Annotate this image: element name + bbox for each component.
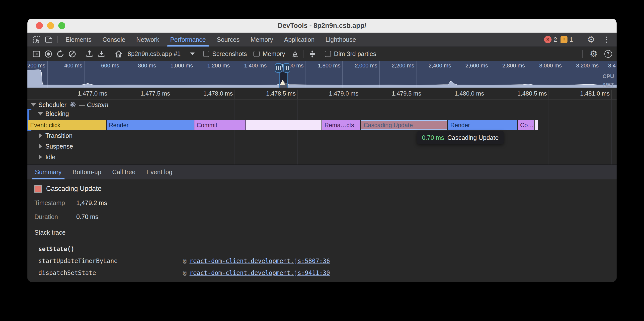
tab-sources[interactable]: Sources bbox=[211, 33, 245, 46]
expand-arrow-icon[interactable] bbox=[31, 103, 36, 107]
tab-bottom-up[interactable]: Bottom-up bbox=[67, 165, 107, 179]
memory-checkbox[interactable]: Memory bbox=[254, 50, 285, 57]
flame-bar-co-it[interactable]: Co…it bbox=[518, 120, 534, 130]
minimize-window-button[interactable] bbox=[47, 22, 54, 29]
ruler-tick-label: 1,480.5 ms bbox=[502, 88, 562, 100]
summary-panel: Cascading Update Timestamp 1,479.2 ms Du… bbox=[28, 179, 616, 223]
inspect-element-icon[interactable] bbox=[31, 34, 43, 45]
checkbox-box bbox=[203, 51, 209, 57]
flame-chart-tracks[interactable]: Scheduler — Custom Blocking Event: click… bbox=[28, 100, 616, 164]
track-gridline bbox=[109, 100, 109, 164]
flame-bar-event-click[interactable]: Event: click bbox=[28, 120, 106, 130]
ruler-tick-line bbox=[360, 90, 360, 99]
collapsed-arrow-icon[interactable] bbox=[39, 155, 42, 160]
flame-bar-unlabeled[interactable] bbox=[534, 120, 538, 130]
flame-bar-commit[interactable]: Commit bbox=[194, 120, 246, 130]
zoom-window-button[interactable] bbox=[58, 22, 65, 29]
ruler-tick-line bbox=[548, 90, 549, 99]
tab-memory[interactable]: Memory bbox=[245, 33, 278, 46]
home-icon[interactable] bbox=[113, 48, 124, 60]
stack-frame-source-link[interactable]: react-dom-client.development.js:5807:36 bbox=[190, 258, 330, 265]
target-selector-dropdown[interactable]: 8p2n9n.csb.app #1 bbox=[124, 50, 197, 57]
tab-console[interactable]: Console bbox=[97, 33, 131, 46]
tab-call-tree[interactable]: Call tree bbox=[107, 165, 141, 179]
dim-3rd-parties-checkbox[interactable]: Dim 3rd parties bbox=[325, 50, 376, 57]
stack-frame-at: @ bbox=[183, 270, 186, 277]
collapse-rows-icon[interactable] bbox=[306, 48, 318, 60]
ruler-tick-label: 1,479.0 ms bbox=[314, 88, 374, 100]
timeline-ruler: 1,477.0 ms1,477.5 ms1,478.0 ms1,478.5 ms… bbox=[28, 88, 616, 100]
minimap-tick-label: 800 ms bbox=[121, 62, 156, 69]
collect-garbage-icon[interactable] bbox=[289, 48, 301, 60]
collapsed-arrow-icon[interactable] bbox=[39, 144, 42, 149]
record-icon[interactable] bbox=[42, 48, 54, 60]
upload-profile-icon[interactable] bbox=[84, 48, 96, 60]
flame-bar-render[interactable]: Render bbox=[448, 120, 517, 130]
warning-icon: ! bbox=[560, 36, 568, 43]
track-gridline bbox=[611, 100, 612, 164]
expand-arrow-icon[interactable] bbox=[38, 112, 43, 116]
ruler-tick-line bbox=[172, 90, 172, 99]
track-transition[interactable]: Transition bbox=[28, 131, 72, 140]
collapsed-arrow-icon[interactable] bbox=[39, 133, 42, 138]
tab-performance[interactable]: Performance bbox=[165, 33, 211, 46]
stack-frame-source-link[interactable]: LikeButton.js:13:13 bbox=[190, 281, 258, 282]
ruler-tick-line bbox=[297, 90, 298, 99]
device-toolbar-icon[interactable] bbox=[43, 34, 55, 45]
duration-value: 0.70 ms bbox=[76, 213, 98, 220]
toggle-sidebar-icon[interactable] bbox=[30, 48, 42, 60]
flame-bar-cascading-update[interactable]: Cascading Update bbox=[361, 120, 447, 130]
track-idle[interactable]: Idle bbox=[28, 153, 55, 161]
selection-left-line[interactable] bbox=[279, 71, 280, 88]
reload-record-icon[interactable] bbox=[54, 48, 66, 60]
flame-bar-render[interactable]: Render bbox=[107, 120, 194, 130]
selection-region bbox=[280, 72, 288, 88]
track-gridline bbox=[234, 100, 235, 164]
track-blocking[interactable]: Blocking bbox=[28, 110, 69, 118]
timeline-overview[interactable]: 200 ms400 ms600 ms800 ms1,000 ms1,200 ms… bbox=[28, 61, 616, 88]
flame-bar-rema-cts[interactable]: Rema…cts bbox=[322, 120, 360, 130]
screenshots-label: Screenshots bbox=[212, 50, 247, 57]
minimap-tick-label: 2,600 ms bbox=[453, 62, 488, 69]
tab-lighthouse[interactable]: Lighthouse bbox=[320, 33, 362, 46]
divider bbox=[582, 50, 583, 58]
selection-right-line[interactable] bbox=[287, 71, 288, 88]
timestamp-value: 1,479.2 ms bbox=[76, 199, 107, 206]
tab-application[interactable]: Application bbox=[279, 33, 320, 46]
target-selector-value: 8p2n9n.csb.app #1 bbox=[128, 50, 181, 57]
close-window-button[interactable] bbox=[36, 22, 43, 29]
tab-elements[interactable]: Elements bbox=[60, 33, 97, 46]
selection-right-handle[interactable] bbox=[283, 63, 290, 73]
help-icon[interactable]: ? bbox=[602, 48, 614, 60]
capture-settings-gear-icon[interactable]: ⚙ bbox=[588, 48, 600, 60]
warning-badge[interactable]: ! 1 bbox=[560, 36, 573, 43]
tab-summary[interactable]: Summary bbox=[30, 165, 67, 179]
minimap-tick-label: 3,4 bbox=[608, 62, 616, 69]
track-scheduler[interactable]: Scheduler — Custom bbox=[28, 101, 108, 109]
tab-network[interactable]: Network bbox=[131, 33, 165, 46]
track-suspense[interactable]: Suspense bbox=[28, 142, 73, 151]
stack-frame-source-link[interactable]: react-dom-client.development.js:9411:30 bbox=[190, 270, 330, 277]
event-color-swatch bbox=[34, 185, 42, 193]
ruler-tick-label: 1,478.0 ms bbox=[188, 88, 248, 100]
stack-trace-heading: Stack trace bbox=[34, 229, 616, 236]
minimap-tick-label: 600 ms bbox=[84, 62, 119, 69]
window-titlebar[interactable]: DevTools - 8p2n9n.csb.app/ bbox=[28, 19, 616, 33]
more-options-icon[interactable] bbox=[601, 34, 612, 45]
minimap-tick-label: 400 ms bbox=[47, 62, 82, 69]
tab-event-log[interactable]: Event log bbox=[141, 165, 178, 179]
minimap-tick-label: 2,200 ms bbox=[379, 62, 414, 69]
settings-gear-icon[interactable]: ⚙ bbox=[585, 34, 597, 45]
flame-bar-unlabeled[interactable] bbox=[246, 120, 322, 130]
error-badge[interactable]: × 2 bbox=[544, 36, 557, 43]
desktop-background: DevTools - 8p2n9n.csb.app/ bbox=[0, 0, 644, 321]
event-tooltip: 0.70 ms Cascading Update bbox=[417, 131, 504, 144]
download-profile-icon[interactable] bbox=[96, 48, 108, 60]
ruler-tick-label: 1,481.0 ms bbox=[565, 88, 616, 100]
screenshots-checkbox[interactable]: Screenshots bbox=[203, 50, 247, 57]
transition-track-label: Transition bbox=[45, 132, 72, 139]
selection-left-handle[interactable] bbox=[275, 63, 282, 73]
ruler-tick-label: 1,477.5 ms bbox=[125, 88, 185, 100]
clear-icon[interactable] bbox=[66, 48, 78, 60]
divider bbox=[579, 36, 579, 43]
